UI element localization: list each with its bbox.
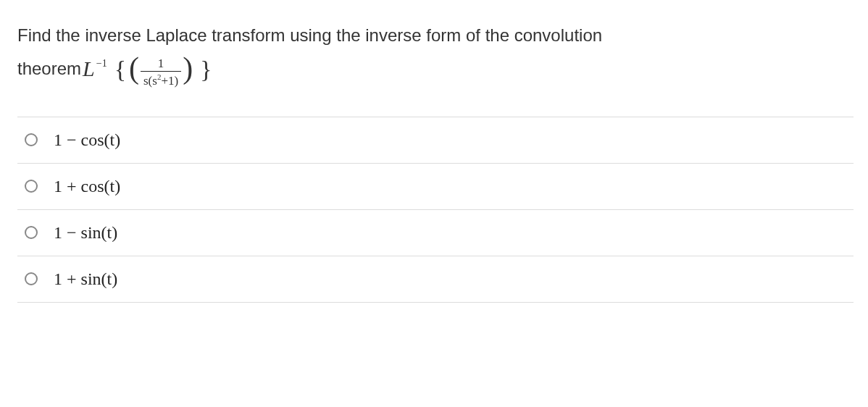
question-text: Find the inverse Laplace transform using…: [17, 22, 854, 88]
option-3[interactable]: 1 − sin(t): [17, 210, 854, 256]
exponent: −1: [96, 58, 107, 69]
option-2[interactable]: 1 + cos(t): [17, 164, 854, 210]
option-1[interactable]: 1 − cos(t): [17, 117, 854, 164]
fraction: 1 s(s2+1): [141, 57, 181, 88]
option-4[interactable]: 1 + sin(t): [17, 256, 854, 303]
question-line-2: theorem L−1 {( 1 s(s2+1) ) }: [17, 51, 854, 88]
question-line-1: Find the inverse Laplace transform using…: [17, 22, 854, 49]
radio-icon[interactable]: [25, 133, 38, 146]
options-list: 1 − cos(t) 1 + cos(t) 1 − sin(t) 1 + sin…: [17, 117, 854, 303]
paren-open: (: [129, 51, 139, 85]
radio-icon[interactable]: [25, 272, 38, 285]
brace-open: {: [114, 56, 126, 83]
option-label: 1 − sin(t): [54, 223, 117, 243]
option-label: 1 − cos(t): [54, 130, 120, 150]
laplace-symbol: L: [81, 56, 96, 80]
math-expression: L−1 {( 1 s(s2+1) ) }: [81, 51, 214, 88]
radio-icon[interactable]: [25, 180, 38, 193]
numerator: 1: [155, 57, 167, 71]
denominator: s(s2+1): [141, 71, 181, 88]
paren-close: ): [183, 51, 193, 85]
theorem-word: theorem: [17, 55, 81, 83]
option-label: 1 + sin(t): [54, 269, 117, 289]
brace-close: }: [200, 56, 212, 83]
option-label: 1 + cos(t): [54, 177, 120, 196]
radio-icon[interactable]: [25, 226, 38, 239]
